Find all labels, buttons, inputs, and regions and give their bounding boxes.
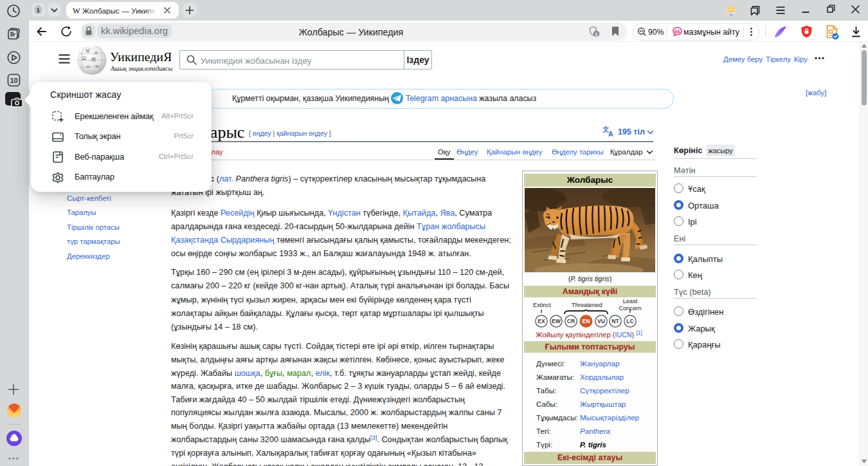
svg-text:LC: LC: [626, 318, 633, 324]
svg-text:И: И: [95, 50, 98, 55]
svg-text:Ω: Ω: [82, 55, 86, 61]
svg-text:CR: CR: [567, 318, 575, 324]
svg-text:10: 10: [10, 77, 17, 84]
svg-text:1: 1: [37, 6, 41, 14]
svg-text:NT: NT: [611, 318, 619, 324]
svg-text:EW: EW: [552, 318, 561, 324]
svg-text:W: W: [86, 48, 91, 54]
svg-text:ث: ث: [86, 64, 91, 69]
svg-text:EX: EX: [538, 318, 545, 324]
svg-text:66: 66: [674, 28, 681, 35]
svg-text:W: W: [95, 64, 100, 68]
svg-text:VU: VU: [597, 318, 605, 324]
svg-text:维: 维: [91, 57, 96, 62]
svg-text:1: 1: [595, 32, 598, 37]
svg-text:EN: EN: [583, 318, 590, 324]
svg-text:A: A: [608, 130, 613, 137]
